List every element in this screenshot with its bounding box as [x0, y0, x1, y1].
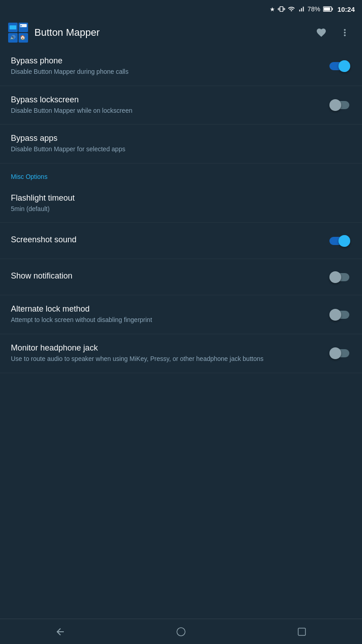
alternate-lock-method-title: Alternate lock method [11, 304, 328, 314]
monitor-headphone-jack-toggle[interactable] [328, 347, 351, 360]
svg-point-12 [177, 628, 185, 636]
alternate-lock-method-toggle[interactable] [328, 308, 351, 321]
setting-flashlight-timeout[interactable]: Flashlight timeout 5min (default) [0, 184, 362, 223]
flashlight-timeout-title: Flashlight timeout [11, 193, 351, 203]
setting-screenshot-sound[interactable]: Screenshot sound [0, 223, 362, 259]
svg-text:🔊: 🔊 [10, 34, 16, 40]
settings-content: Bypass phone Disable Button Mapper durin… [0, 47, 362, 373]
svg-rect-13 [298, 628, 305, 635]
setting-alternate-lock-method[interactable]: Alternate lock method Attempt to lock sc… [0, 295, 362, 334]
setting-monitor-headphone-jack[interactable]: Monitor headphone jack Use to route audi… [0, 334, 362, 373]
screenshot-sound-title: Screenshot sound [11, 235, 328, 245]
app-title: Button Mapper [34, 27, 311, 38]
svg-rect-7 [10, 25, 16, 29]
app-icon: ➤ 🔊 🏠 [7, 22, 29, 43]
favorite-button[interactable] [311, 23, 331, 43]
battery-percent: 78% [308, 5, 320, 13]
bypass-lockscreen-title: Bypass lockscreen [11, 95, 328, 105]
signal-icon [298, 5, 305, 13]
status-icons: ★ 78% 10:24 [270, 5, 355, 13]
svg-rect-1 [324, 8, 330, 11]
bluetooth-icon: ★ [270, 6, 275, 13]
misc-options-label: Misc Options [11, 173, 48, 180]
setting-bypass-apps[interactable]: Bypass apps Disable Button Mapper for se… [0, 125, 362, 163]
status-bar: ★ 78% 10:24 [0, 0, 362, 18]
bypass-phone-title: Bypass phone [11, 56, 328, 66]
bypass-apps-subtitle: Disable Button Mapper for selected apps [11, 145, 351, 154]
battery-icon [323, 6, 333, 12]
bypass-lockscreen-toggle[interactable] [328, 99, 351, 111]
show-notification-title: Show notification [11, 271, 328, 281]
show-notification-toggle[interactable] [328, 271, 351, 284]
back-button[interactable] [42, 621, 78, 643]
svg-rect-2 [332, 8, 333, 10]
svg-text:🏠: 🏠 [20, 34, 26, 40]
setting-bypass-phone[interactable]: Bypass phone Disable Button Mapper durin… [0, 47, 362, 86]
vibrate-icon [278, 5, 285, 13]
more-options-button[interactable] [335, 23, 355, 43]
wifi-icon [288, 5, 295, 13]
status-time: 10:24 [338, 5, 355, 13]
bypass-lockscreen-subtitle: Disable Button Mapper while on lockscree… [11, 106, 328, 115]
recent-button[interactable] [284, 621, 320, 643]
bypass-phone-toggle[interactable] [328, 60, 351, 72]
monitor-headphone-jack-subtitle: Use to route audio to speaker when using… [11, 355, 328, 364]
setting-show-notification[interactable]: Show notification [0, 259, 362, 295]
setting-bypass-lockscreen[interactable]: Bypass lockscreen Disable Button Mapper … [0, 86, 362, 125]
screenshot-sound-toggle[interactable] [328, 235, 351, 247]
monitor-headphone-jack-title: Monitor headphone jack [11, 343, 328, 353]
nav-bar [0, 619, 362, 644]
bypass-phone-subtitle: Disable Button Mapper during phone calls [11, 67, 328, 77]
alternate-lock-method-subtitle: Attempt to lock screen without disabling… [11, 316, 328, 325]
bypass-apps-title: Bypass apps [11, 134, 351, 143]
home-button[interactable] [163, 621, 199, 643]
misc-options-header: Misc Options [0, 163, 362, 184]
flashlight-timeout-subtitle: 5min (default) [11, 205, 351, 214]
app-bar-actions [311, 23, 355, 43]
app-bar: ➤ 🔊 🏠 Button Mapper [0, 18, 362, 47]
